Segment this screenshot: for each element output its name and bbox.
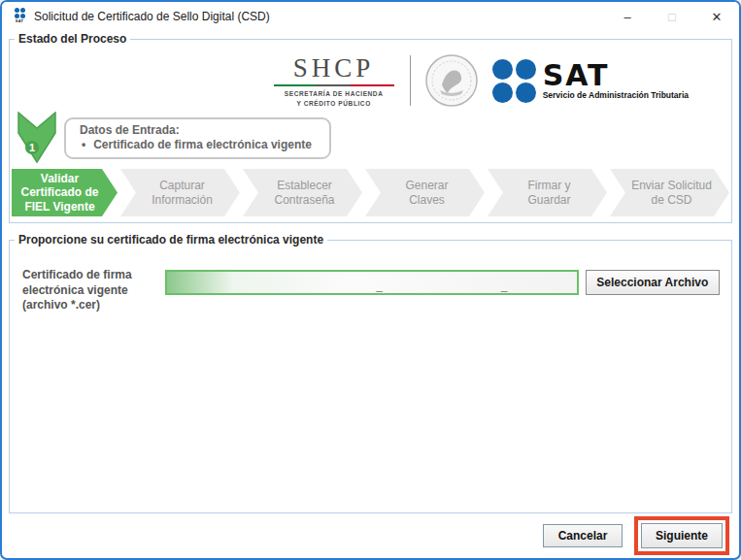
window-title: Solicitud de Certificado de Sello Digita… [34,10,270,23]
input-data-item: •Certificado de firma electrónica vigent… [80,138,316,151]
redacted-filename-mark: _ [376,280,383,293]
process-steps-bar: Validar Certificado de FIEL Vigente Capt… [12,169,729,216]
mexican-coat-of-arms-seal-icon [424,53,479,108]
input-data-title: Datos de Entrada: [80,123,316,137]
sat-logo: SAT Servicio de Administración Tributari… [492,59,689,103]
step-validar-certificado: Validar Certificado de FIEL Vigente [12,169,118,216]
titlebar: SAT Solicitud de Certificado de Sello Di… [2,2,739,31]
sat-dots-logo-icon [492,59,536,103]
app-window: SAT Solicitud de Certificado de Sello Di… [0,0,741,560]
cancel-button[interactable]: Cancelar [543,524,623,547]
shcp-acronym: SHCP [272,53,396,83]
shcp-flag-line [274,84,394,86]
sat-tagline: Servicio de Administración Tributaria [543,90,689,100]
step-firmar-guardar: Firmar y Guardar [488,169,607,216]
select-file-button[interactable]: Seleccionar Archivo [586,270,720,295]
input-data-box: Datos de Entrada: •Certificado de firma … [64,117,331,159]
certificate-form-groupbox: Proporcione su certificado de firma elec… [9,240,732,513]
next-button[interactable]: Siguiente [641,523,723,548]
certificate-file-field[interactable]: _ _ [165,270,578,295]
redacted-filename-mark: _ [501,280,508,293]
step-1-badge-icon: 1 [17,112,56,164]
step-enviar-solicitud: Enviar Solicitud de CSD [610,169,729,216]
sat-app-icon: SAT [12,8,27,25]
footer-button-bar: Cancelar Siguiente [2,513,739,558]
process-groupbox-title: Estado del Proceso [15,32,130,46]
process-status-groupbox: Estado del Proceso SHCP SECRETARÍA DE HA… [9,39,732,223]
sat-icon-label: SAT [16,18,24,23]
close-icon[interactable]: ✕ [694,2,739,31]
step-capturar-informacion: Capturar Información [120,169,240,216]
form-groupbox-title: Proporcione su certificado de firma elec… [15,233,327,247]
minimize-icon[interactable]: – [605,2,650,31]
next-button-highlight: Siguiente [634,516,729,555]
maximize-icon: □ [650,2,694,31]
window-controls: – □ ✕ [605,2,739,31]
current-step-info: 1 Datos de Entrada: •Certificado de firm… [17,112,331,164]
sat-dots-icon [15,8,25,18]
sat-acronym: SAT [543,62,689,88]
shcp-subtitle-2: Y CRÉDITO PÚBLICO [272,99,396,109]
step-generar-claves: Generar Claves [365,169,485,216]
shcp-subtitle-1: SECRETARÍA DE HACIENDA [272,89,396,99]
certificate-field-label: Certificado de firma electrónica vigente… [22,268,165,313]
certificate-form-row: Certificado de firma electrónica vigente… [22,268,720,313]
shcp-logo: SHCP SECRETARÍA DE HACIENDA Y CRÉDITO PÚ… [272,53,396,109]
input-data-item-text: Certificado de firma electrónica vigente [93,138,312,151]
logo-divider [410,55,411,106]
bullet-icon: • [82,138,85,151]
institution-logos: SHCP SECRETARÍA DE HACIENDA Y CRÉDITO PÚ… [272,53,689,109]
step-establecer-contrasena: Establecer Contraseña [243,169,362,216]
step-badge-number: 1 [29,142,35,153]
